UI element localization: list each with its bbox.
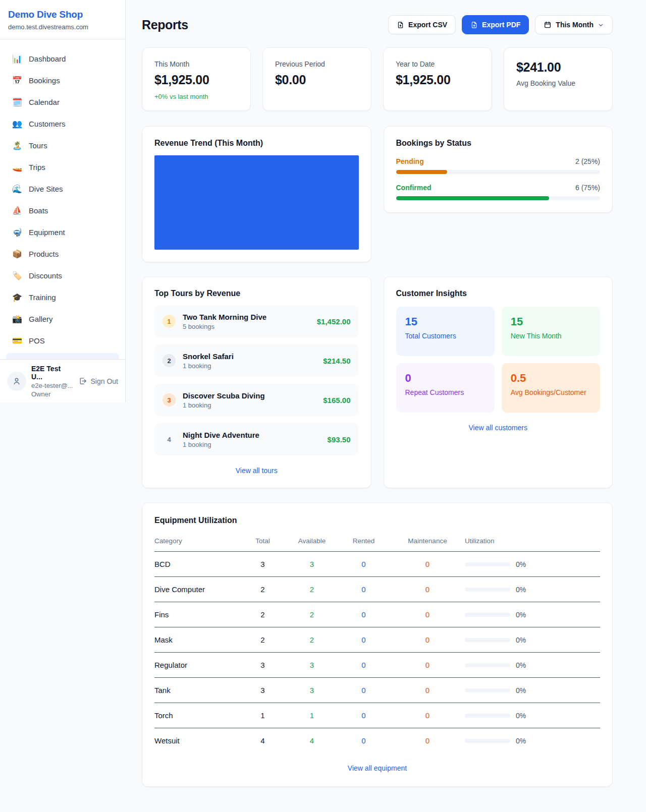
utilization-percent: 0% (516, 611, 526, 619)
sidebar-item-boats[interactable]: ⛵Boats (6, 201, 119, 219)
tour-amount: $165.00 (323, 396, 350, 404)
sidebar-item-customers[interactable]: 👥Customers (6, 114, 119, 133)
sidebar-item-training[interactable]: 🎓Training (6, 288, 119, 306)
tour-name: Discover Scuba Diving (183, 391, 265, 400)
dive-mask-icon: 🤿 (12, 227, 22, 237)
sidebar-nav: 📊Dashboard 📅Bookings 🗓️Calendar 👥Custome… (0, 39, 125, 350)
insight-tiles: 15 Total Customers 15 New This Month 0 R… (396, 307, 601, 413)
equipment-rented: 0 (337, 552, 390, 577)
equipment-available: 2 (287, 577, 337, 602)
view-all-tours-link[interactable]: View all tours (154, 467, 359, 475)
utilization-bar (465, 663, 510, 667)
utilization-percent: 0% (516, 686, 526, 694)
tour-row[interactable]: 4 Night Dive Adventure 1 booking $93.50 (154, 423, 359, 455)
shop-domain: demo.test.divestreams.com (8, 23, 117, 31)
sidebar-item-label: Dashboard (29, 54, 66, 63)
progress-fill (396, 170, 447, 174)
equipment-rented: 0 (337, 703, 390, 728)
sidebar-item-label: Customers (29, 120, 66, 128)
bookings-by-status-card: Bookings by Status Pending 2 (25%) Confi… (384, 126, 613, 213)
tour-name: Two Tank Morning Dive (183, 313, 266, 321)
sidebar-item-reports-partial[interactable] (6, 353, 119, 359)
tour-name: Night Dive Adventure (183, 431, 259, 439)
equipment-available: 2 (287, 602, 337, 627)
sidebar-item-discounts[interactable]: 🏷️Discounts (6, 266, 119, 284)
view-all-equipment-link[interactable]: View all equipment (154, 764, 600, 772)
tour-row[interactable]: 2 Snorkel Safari 1 booking $214.50 (154, 344, 359, 377)
col-total: Total (239, 532, 287, 552)
speedboat-icon: 🚤 (12, 162, 22, 172)
sign-out-button[interactable]: Sign Out (79, 377, 118, 385)
sidebar-item-gallery[interactable]: 📸Gallery (6, 310, 119, 328)
period-label: This Month (556, 21, 594, 29)
stat-change: +0% vs last month (154, 93, 238, 100)
tour-bookings: 5 bookings (183, 323, 266, 330)
equipment-category: BCD (154, 552, 239, 577)
tour-bookings: 1 booking (183, 401, 265, 409)
insights-row: Top Tours by Revenue 1 Two Tank Morning … (142, 276, 613, 488)
stat-card-previous-period: Previous Period $0.00 (262, 47, 371, 111)
status-label: Pending (396, 157, 424, 165)
utilization-bar (465, 562, 510, 566)
equipment-row: Torch11000% (154, 703, 600, 728)
rank-badge: 1 (163, 315, 176, 328)
equipment-table: Category Total Available Rented Maintena… (154, 532, 600, 753)
person-icon (12, 377, 21, 386)
stat-value: $241.00 (516, 60, 600, 75)
equipment-row: BCD33000% (154, 552, 600, 577)
sidebar-item-pos[interactable]: 💳POS (6, 331, 119, 350)
sidebar-item-calendar[interactable]: 🗓️Calendar (6, 93, 119, 111)
equipment-available: 3 (287, 552, 337, 577)
sidebar-item-equipment[interactable]: 🤿Equipment (6, 223, 119, 241)
tour-row[interactable]: 1 Two Tank Morning Dive 5 bookings $1,45… (154, 305, 359, 337)
user-email: e2e-tester@... (31, 382, 74, 389)
stat-label: Avg Booking Value (516, 79, 600, 87)
sidebar-item-dashboard[interactable]: 📊Dashboard (6, 49, 119, 68)
equipment-total: 2 (239, 602, 287, 627)
utilization-bar (465, 688, 510, 692)
equipment-category: Wetsuit (154, 728, 239, 753)
export-csv-button[interactable]: Export CSV (388, 15, 456, 34)
status-count: 2 (25%) (575, 157, 600, 165)
main-content: Reports Export CSV Export PDF This Month… (126, 0, 646, 787)
sidebar-item-label: Trips (29, 163, 45, 171)
equipment-available: 3 (287, 678, 337, 703)
stat-card-year-to-date: Year to Date $1,925.00 (383, 47, 492, 111)
sidebar-item-dive-sites[interactable]: 🌊Dive Sites (6, 180, 119, 198)
top-tours-title: Top Tours by Revenue (154, 289, 359, 298)
equipment-maintenance: 0 (390, 552, 465, 577)
col-available: Available (287, 532, 337, 552)
user-name: E2E Test U... (31, 365, 74, 381)
page-title: Reports (142, 18, 188, 32)
equipment-category: Fins (154, 602, 239, 627)
chevron-down-icon (598, 22, 604, 28)
export-pdf-button[interactable]: Export PDF (462, 15, 529, 34)
sidebar-item-products[interactable]: 📦Products (6, 245, 119, 263)
equipment-category: Tank (154, 678, 239, 703)
utilization-percent: 0% (516, 737, 526, 745)
tour-bookings: 1 booking (183, 441, 259, 448)
tile-label: New This Month (511, 332, 591, 340)
utilization-bar (465, 739, 510, 743)
brand: Demo Dive Shop demo.test.divestreams.com (0, 0, 125, 39)
tour-row[interactable]: 3 Discover Scuba Diving 1 booking $165.0… (154, 384, 359, 416)
period-select[interactable]: This Month (535, 15, 613, 34)
equipment-maintenance: 0 (390, 728, 465, 753)
tile-value: 0 (405, 372, 486, 385)
equipment-rented: 0 (337, 728, 390, 753)
col-category: Category (154, 532, 239, 552)
status-row-confirmed: Confirmed 6 (75%) (396, 184, 601, 200)
sidebar-item-trips[interactable]: 🚤Trips (6, 158, 119, 176)
file-download-icon (397, 21, 404, 29)
sidebar-item-label: Tours (29, 141, 47, 150)
equipment-total: 4 (239, 728, 287, 753)
stat-label: This Month (154, 60, 238, 68)
equipment-row: Regulator33000% (154, 653, 600, 678)
sidebar-item-tours[interactable]: 🏝️Tours (6, 136, 119, 154)
avatar (7, 372, 26, 391)
utilization-percent: 0% (516, 586, 526, 594)
equipment-total: 1 (239, 703, 287, 728)
customer-insights-card: Customer Insights 15 Total Customers 15 … (384, 276, 613, 488)
view-all-customers-link[interactable]: View all customers (396, 424, 601, 432)
sidebar-item-bookings[interactable]: 📅Bookings (6, 71, 119, 89)
